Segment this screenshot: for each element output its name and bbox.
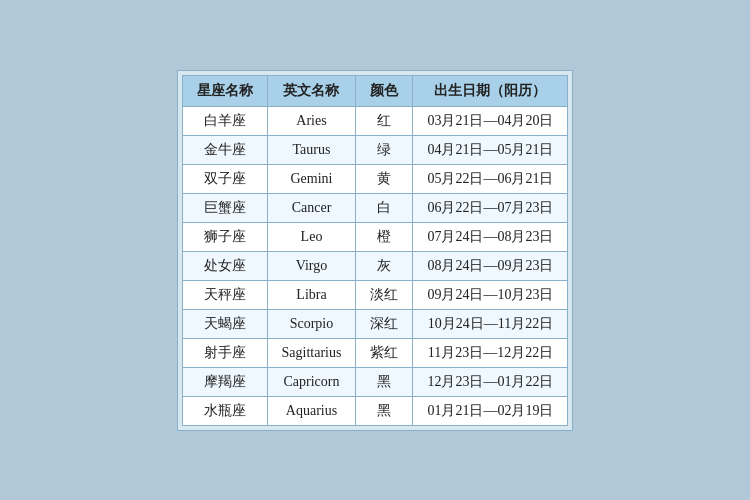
- cell-8-0: 射手座: [182, 338, 267, 367]
- zodiac-table: 星座名称 英文名称 颜色 出生日期（阳历） 白羊座Aries红03月21日—04…: [182, 75, 569, 426]
- cell-6-0: 天秤座: [182, 280, 267, 309]
- cell-7-1: Scorpio: [267, 309, 356, 338]
- cell-2-0: 双子座: [182, 164, 267, 193]
- cell-6-3: 09月24日—10月23日: [413, 280, 568, 309]
- cell-4-2: 橙: [356, 222, 413, 251]
- cell-1-3: 04月21日—05月21日: [413, 135, 568, 164]
- cell-3-3: 06月22日—07月23日: [413, 193, 568, 222]
- cell-5-2: 灰: [356, 251, 413, 280]
- header-birth-date: 出生日期（阳历）: [413, 75, 568, 106]
- cell-3-2: 白: [356, 193, 413, 222]
- cell-0-2: 红: [356, 106, 413, 135]
- cell-10-2: 黑: [356, 396, 413, 425]
- cell-6-1: Libra: [267, 280, 356, 309]
- cell-1-2: 绿: [356, 135, 413, 164]
- cell-5-3: 08月24日—09月23日: [413, 251, 568, 280]
- cell-4-1: Leo: [267, 222, 356, 251]
- cell-9-0: 摩羯座: [182, 367, 267, 396]
- cell-8-2: 紫红: [356, 338, 413, 367]
- cell-0-0: 白羊座: [182, 106, 267, 135]
- cell-7-3: 10月24日—11月22日: [413, 309, 568, 338]
- table-row: 双子座Gemini黄05月22日—06月21日: [182, 164, 568, 193]
- table-header-row: 星座名称 英文名称 颜色 出生日期（阳历）: [182, 75, 568, 106]
- cell-4-0: 狮子座: [182, 222, 267, 251]
- table-row: 天秤座Libra淡红09月24日—10月23日: [182, 280, 568, 309]
- cell-0-3: 03月21日—04月20日: [413, 106, 568, 135]
- cell-10-1: Aquarius: [267, 396, 356, 425]
- table-row: 巨蟹座Cancer白06月22日—07月23日: [182, 193, 568, 222]
- header-color: 颜色: [356, 75, 413, 106]
- table-row: 金牛座Taurus绿04月21日—05月21日: [182, 135, 568, 164]
- header-chinese-name: 星座名称: [182, 75, 267, 106]
- cell-1-1: Taurus: [267, 135, 356, 164]
- cell-7-0: 天蝎座: [182, 309, 267, 338]
- table-row: 摩羯座Capricorn黑12月23日—01月22日: [182, 367, 568, 396]
- cell-5-1: Virgo: [267, 251, 356, 280]
- cell-9-2: 黑: [356, 367, 413, 396]
- cell-10-3: 01月21日—02月19日: [413, 396, 568, 425]
- cell-3-0: 巨蟹座: [182, 193, 267, 222]
- cell-8-3: 11月23日—12月22日: [413, 338, 568, 367]
- cell-2-2: 黄: [356, 164, 413, 193]
- cell-9-1: Capricorn: [267, 367, 356, 396]
- table-row: 天蝎座Scorpio深红10月24日—11月22日: [182, 309, 568, 338]
- table-row: 水瓶座Aquarius黑01月21日—02月19日: [182, 396, 568, 425]
- cell-7-2: 深红: [356, 309, 413, 338]
- cell-10-0: 水瓶座: [182, 396, 267, 425]
- cell-0-1: Aries: [267, 106, 356, 135]
- cell-2-1: Gemini: [267, 164, 356, 193]
- cell-9-3: 12月23日—01月22日: [413, 367, 568, 396]
- header-english-name: 英文名称: [267, 75, 356, 106]
- cell-4-3: 07月24日—08月23日: [413, 222, 568, 251]
- table-row: 白羊座Aries红03月21日—04月20日: [182, 106, 568, 135]
- cell-3-1: Cancer: [267, 193, 356, 222]
- zodiac-table-container: 星座名称 英文名称 颜色 出生日期（阳历） 白羊座Aries红03月21日—04…: [177, 70, 574, 431]
- cell-6-2: 淡红: [356, 280, 413, 309]
- cell-2-3: 05月22日—06月21日: [413, 164, 568, 193]
- table-row: 射手座Sagittarius紫红11月23日—12月22日: [182, 338, 568, 367]
- table-row: 处女座Virgo灰08月24日—09月23日: [182, 251, 568, 280]
- cell-1-0: 金牛座: [182, 135, 267, 164]
- table-row: 狮子座Leo橙07月24日—08月23日: [182, 222, 568, 251]
- cell-5-0: 处女座: [182, 251, 267, 280]
- cell-8-1: Sagittarius: [267, 338, 356, 367]
- table-body: 白羊座Aries红03月21日—04月20日金牛座Taurus绿04月21日—0…: [182, 106, 568, 425]
